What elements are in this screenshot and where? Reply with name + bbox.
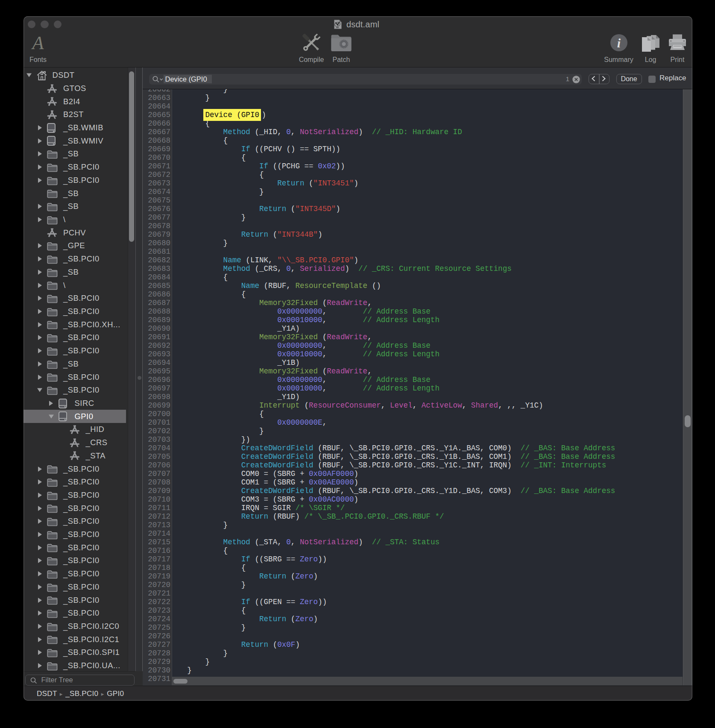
- svg-text:i: i: [617, 36, 621, 50]
- svg-text:A: A: [31, 34, 44, 53]
